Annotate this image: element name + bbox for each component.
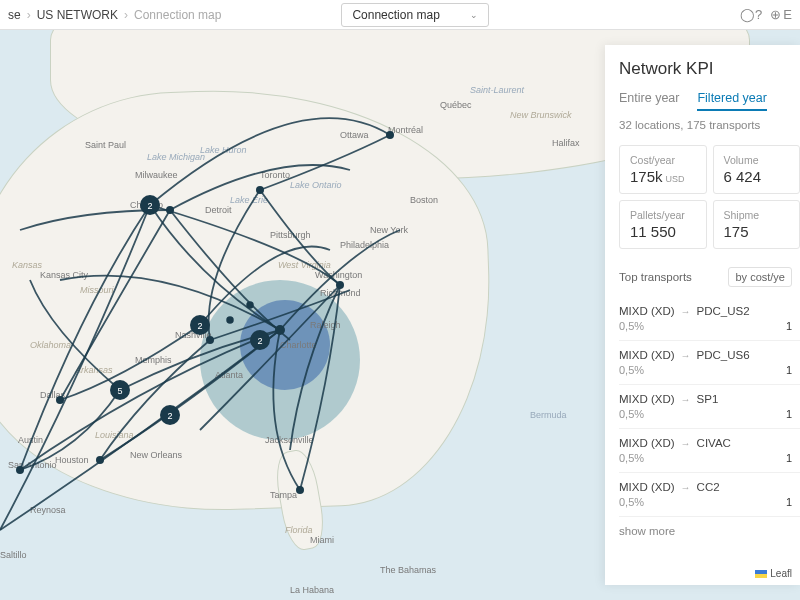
- card-value: 175k: [630, 168, 663, 185]
- transport-from: MIXD (XD): [619, 437, 675, 449]
- top-transports-header: Top transports by cost/ye: [619, 267, 800, 287]
- transport-rank: 1: [786, 364, 792, 376]
- kpi-subtitle: 32 locations, 175 transports: [619, 119, 800, 131]
- transport-to: CC2: [697, 481, 720, 493]
- svg-point-14: [166, 206, 174, 214]
- arrow-right-icon: →: [681, 394, 691, 405]
- transport-from: MIXD (XD): [619, 393, 675, 405]
- view-selector[interactable]: Connection map ⌄: [341, 3, 488, 27]
- chevron-right-icon: ›: [124, 8, 128, 22]
- card-label: Volume: [724, 154, 790, 166]
- svg-point-10: [275, 325, 285, 335]
- card-cost[interactable]: Cost/year 175kUSD: [619, 145, 707, 194]
- top-transports-sort[interactable]: by cost/ye: [728, 267, 792, 287]
- card-label: Cost/year: [630, 154, 696, 166]
- transport-row[interactable]: MIXD (XD)→CC20,5%1: [619, 473, 800, 517]
- transport-rank: 1: [786, 496, 792, 508]
- transport-pct: 0,5%: [619, 496, 644, 508]
- tab-entire-year[interactable]: Entire year: [619, 91, 679, 111]
- svg-point-20: [227, 317, 233, 323]
- kpi-title: Network KPI: [619, 59, 800, 79]
- kpi-cards: Cost/year 175kUSD Volume 6 424 Pallets/y…: [619, 145, 800, 249]
- svg-point-16: [16, 466, 24, 474]
- leaflet-attribution[interactable]: Leafl: [755, 568, 792, 579]
- kpi-panel: Network KPI Entire year Filtered year 32…: [605, 45, 800, 585]
- card-shipments[interactable]: Shipme 175: [713, 200, 801, 249]
- svg-text:2: 2: [197, 321, 202, 331]
- card-value: 6 424: [724, 168, 762, 185]
- transport-rank: 1: [786, 452, 792, 464]
- transport-rank: 1: [786, 320, 792, 332]
- transport-to: SP1: [697, 393, 719, 405]
- arrow-right-icon: →: [681, 350, 691, 361]
- transport-row[interactable]: MIXD (XD)→PDC_US60,5%1: [619, 341, 800, 385]
- help-icon[interactable]: ◯?: [740, 7, 762, 22]
- svg-text:2: 2: [167, 411, 172, 421]
- top-transports-list: MIXD (XD)→PDC_US20,5%1MIXD (XD)→PDC_US60…: [619, 297, 800, 517]
- card-label: Pallets/year: [630, 209, 696, 221]
- transport-row[interactable]: MIXD (XD)→PDC_US20,5%1: [619, 297, 800, 341]
- breadcrumb: se › US NETWORK › Connection map: [8, 8, 221, 22]
- transport-to: CIVAC: [697, 437, 731, 449]
- transport-pct: 0,5%: [619, 364, 644, 376]
- arrow-right-icon: →: [681, 306, 691, 317]
- transport-to: PDC_US6: [697, 349, 750, 361]
- svg-text:2: 2: [257, 336, 262, 346]
- transport-pct: 0,5%: [619, 452, 644, 464]
- transport-pct: 0,5%: [619, 320, 644, 332]
- svg-point-19: [96, 456, 104, 464]
- svg-text:2: 2: [147, 201, 152, 211]
- chevron-down-icon: ⌄: [470, 10, 478, 20]
- svg-point-12: [386, 131, 394, 139]
- main: Saint Paul Milwaukee Chicago Kansas City…: [0, 30, 800, 600]
- svg-point-15: [56, 396, 64, 404]
- transport-row[interactable]: MIXD (XD)→CIVAC0,5%1: [619, 429, 800, 473]
- transport-from: MIXD (XD): [619, 305, 675, 317]
- kpi-tabs: Entire year Filtered year: [619, 91, 800, 111]
- transport-to: PDC_US2: [697, 305, 750, 317]
- topbar: se › US NETWORK › Connection map Connect…: [0, 0, 800, 30]
- topbar-actions: ◯? ⊕E: [740, 7, 792, 22]
- arrow-right-icon: →: [681, 438, 691, 449]
- svg-point-17: [296, 486, 304, 494]
- card-label: Shipme: [724, 209, 790, 221]
- chevron-right-icon: ›: [27, 8, 31, 22]
- show-more-button[interactable]: show more: [619, 517, 800, 537]
- svg-point-21: [247, 302, 253, 308]
- breadcrumb-root[interactable]: se: [8, 8, 21, 22]
- card-pallets[interactable]: Pallets/year 11 550: [619, 200, 707, 249]
- language-button[interactable]: ⊕E: [770, 7, 792, 22]
- arrow-right-icon: →: [681, 482, 691, 493]
- top-transports-label: Top transports: [619, 271, 692, 283]
- tab-filtered-year[interactable]: Filtered year: [697, 91, 766, 111]
- breadcrumb-current: Connection map: [134, 8, 221, 22]
- transport-pct: 0,5%: [619, 408, 644, 420]
- card-unit: USD: [666, 174, 685, 184]
- breadcrumb-network[interactable]: US NETWORK: [37, 8, 118, 22]
- svg-point-13: [256, 186, 264, 194]
- transport-from: MIXD (XD): [619, 349, 675, 361]
- card-value: 11 550: [630, 223, 676, 240]
- transport-row[interactable]: MIXD (XD)→SP10,5%1: [619, 385, 800, 429]
- card-value: 175: [724, 223, 749, 240]
- svg-point-11: [336, 281, 344, 289]
- transport-from: MIXD (XD): [619, 481, 675, 493]
- view-selector-value: Connection map: [352, 8, 439, 22]
- transport-rank: 1: [786, 408, 792, 420]
- card-volume[interactable]: Volume 6 424: [713, 145, 801, 194]
- ukraine-flag-icon: [755, 570, 767, 578]
- svg-point-18: [206, 336, 214, 344]
- svg-text:5: 5: [117, 386, 122, 396]
